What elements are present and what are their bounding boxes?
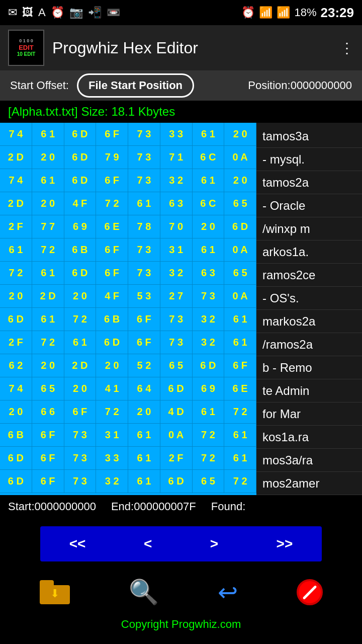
hex-cell[interactable]: 5 3 <box>128 285 160 307</box>
open-file-button[interactable]: ⬇ <box>40 580 70 604</box>
hex-cell[interactable]: 6 E <box>224 377 256 400</box>
hex-cell[interactable]: 2 D <box>32 285 64 307</box>
hex-cell[interactable]: 6 B <box>0 424 32 446</box>
hex-cell[interactable]: 7 2 <box>32 331 64 354</box>
hex-cell[interactable]: 6 1 <box>224 447 256 469</box>
hex-cell[interactable]: 6 D <box>64 169 97 192</box>
hex-grid[interactable]: 7 46 16 D6 F7 33 36 12 02 D2 06 D7 97 37… <box>0 123 256 495</box>
hex-cell[interactable]: 6 1 <box>224 308 256 331</box>
hex-cell[interactable]: 2 F <box>0 331 32 354</box>
hex-cell[interactable]: 7 3 <box>193 285 225 307</box>
cancel-button[interactable] <box>297 579 323 605</box>
hex-cell[interactable]: 6 1 <box>32 262 64 284</box>
hex-cell[interactable]: 2 0 <box>128 400 160 423</box>
hex-cell[interactable]: 7 3 <box>128 262 160 284</box>
hex-cell[interactable]: 2 0 <box>64 377 97 400</box>
hex-cell[interactable]: 2 F <box>160 447 193 469</box>
hex-cell[interactable]: 6 E <box>96 215 128 238</box>
hex-cell[interactable]: 4 F <box>96 285 128 307</box>
hex-cell[interactable]: 3 2 <box>96 470 128 493</box>
hex-cell[interactable]: 6 3 <box>193 262 225 284</box>
hex-cell[interactable]: 6 D <box>224 215 256 238</box>
hex-cell[interactable]: 6 6 <box>32 400 64 423</box>
hex-cell[interactable]: 6 F <box>32 424 64 446</box>
hex-cell[interactable]: 7 2 <box>0 262 32 284</box>
next-button[interactable]: > <box>200 531 228 557</box>
hex-cell[interactable]: 2 0 <box>0 400 32 423</box>
hex-cell[interactable]: 7 4 <box>0 123 32 145</box>
hex-cell[interactable]: 7 2 <box>96 192 128 215</box>
hex-cell[interactable]: 6 4 <box>128 377 160 400</box>
hex-cell[interactable]: 6 F <box>96 123 128 145</box>
hex-cell[interactable]: 6 B <box>96 308 128 331</box>
hex-cell[interactable]: 6 F <box>64 400 97 423</box>
hex-cell[interactable]: 3 3 <box>160 123 193 145</box>
hex-cell[interactable]: 4 F <box>64 192 97 215</box>
hex-cell[interactable]: 7 4 <box>0 169 32 192</box>
hex-cell[interactable]: 2 D <box>64 354 97 377</box>
hex-cell[interactable]: 7 3 <box>128 238 160 261</box>
hex-cell[interactable]: 6 B <box>64 238 97 261</box>
hex-cell[interactable]: 6 5 <box>160 354 193 377</box>
hex-cell[interactable]: 2 0 <box>96 354 128 377</box>
hex-cell[interactable]: 6 9 <box>193 377 225 400</box>
file-start-position-button[interactable]: File Start Position <box>77 73 194 98</box>
hex-cell[interactable]: 6 2 <box>0 354 32 377</box>
hex-cell[interactable]: 2 D <box>0 146 32 169</box>
hex-cell[interactable]: 2 0 <box>0 285 32 307</box>
hex-cell[interactable]: 7 3 <box>160 308 193 331</box>
hex-cell[interactable]: 6 C <box>193 192 225 215</box>
hex-cell[interactable]: 6 1 <box>193 238 225 261</box>
overflow-menu-icon[interactable]: ⋮ <box>340 40 354 56</box>
hex-cell[interactable]: 7 2 <box>96 400 128 423</box>
hex-cell[interactable]: 6 1 <box>193 169 225 192</box>
hex-cell[interactable]: 7 3 <box>160 331 193 354</box>
hex-cell[interactable]: 6 1 <box>128 192 160 215</box>
hex-cell[interactable]: 6 F <box>128 331 160 354</box>
hex-cell[interactable]: 6 F <box>96 169 128 192</box>
hex-cell[interactable]: 7 7 <box>32 215 64 238</box>
hex-cell[interactable]: 7 2 <box>64 308 97 331</box>
hex-cell[interactable]: 6 1 <box>64 331 97 354</box>
hex-cell[interactable]: 6 D <box>64 262 97 284</box>
hex-cell[interactable]: 6 5 <box>224 262 256 284</box>
first-button[interactable]: << <box>59 531 96 557</box>
hex-cell[interactable]: 6 1 <box>32 123 64 145</box>
prev-button[interactable]: < <box>134 531 162 557</box>
hex-cell[interactable]: 7 2 <box>193 424 225 446</box>
hex-cell[interactable]: 7 2 <box>224 470 256 493</box>
search-button[interactable]: 🔍 <box>129 578 159 606</box>
hex-cell[interactable]: 6 1 <box>128 447 160 469</box>
hex-cell[interactable]: 3 1 <box>160 238 193 261</box>
hex-cell[interactable]: 7 2 <box>193 447 225 469</box>
hex-cell[interactable]: 0 A <box>224 146 256 169</box>
hex-cell[interactable]: 7 2 <box>224 400 256 423</box>
hex-cell[interactable]: 2 0 <box>32 354 64 377</box>
hex-cell[interactable]: 3 1 <box>96 424 128 446</box>
hex-cell[interactable]: 2 0 <box>32 192 64 215</box>
hex-cell[interactable]: 3 2 <box>193 308 225 331</box>
hex-cell[interactable]: 7 3 <box>64 470 97 493</box>
hex-cell[interactable]: 7 9 <box>96 146 128 169</box>
undo-button[interactable]: ↩ <box>218 578 238 606</box>
hex-cell[interactable]: 6 D <box>64 123 97 145</box>
hex-cell[interactable]: 6 1 <box>32 308 64 331</box>
hex-cell[interactable]: 6 D <box>0 470 32 493</box>
hex-cell[interactable]: 2 0 <box>224 169 256 192</box>
hex-cell[interactable]: 6 1 <box>193 123 225 145</box>
hex-cell[interactable]: 6 F <box>32 447 64 469</box>
hex-cell[interactable]: 6 9 <box>64 215 97 238</box>
hex-cell[interactable]: 0 A <box>224 285 256 307</box>
hex-cell[interactable]: 3 2 <box>160 169 193 192</box>
hex-cell[interactable]: 6 F <box>96 262 128 284</box>
hex-cell[interactable]: 6 1 <box>224 424 256 446</box>
hex-cell[interactable]: 6 D <box>0 447 32 469</box>
hex-cell[interactable]: 6 5 <box>193 470 225 493</box>
hex-cell[interactable]: 6 F <box>224 354 256 377</box>
hex-cell[interactable]: 7 4 <box>0 377 32 400</box>
hex-cell[interactable]: 6 1 <box>128 424 160 446</box>
hex-cell[interactable]: 4 1 <box>96 377 128 400</box>
hex-cell[interactable]: 6 1 <box>128 470 160 493</box>
hex-cell[interactable]: 6 D <box>96 331 128 354</box>
hex-cell[interactable]: 6 D <box>64 146 97 169</box>
